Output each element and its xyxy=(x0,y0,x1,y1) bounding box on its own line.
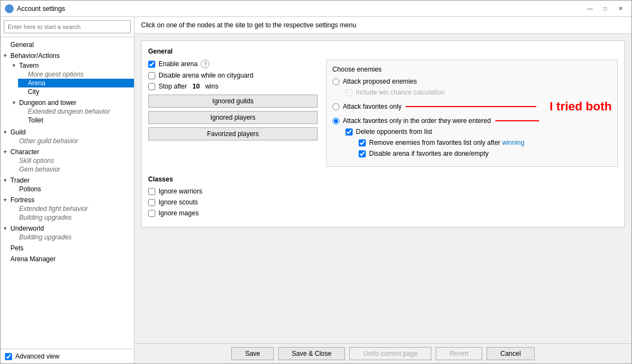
stop-after-label[interactable]: Stop after xyxy=(159,83,187,90)
sidebar-item-more-quest[interactable]: More quest options xyxy=(18,70,134,79)
action-buttons-group: Ignored guilds Ignored players Favorized… xyxy=(148,95,318,140)
sidebar-label-potions: Potions xyxy=(19,185,41,193)
sidebar-item-potions[interactable]: Potions xyxy=(9,185,134,193)
revert-button[interactable]: Revert xyxy=(436,347,482,360)
toggle-icon: ▼ xyxy=(3,53,10,58)
disable-arena-done-row: Disable arena if favorites are done/empt… xyxy=(332,150,612,157)
sidebar-label-underworld-building: Building upgrades xyxy=(19,233,72,241)
sidebar-label-skill-options: Skill options xyxy=(19,157,54,165)
help-icon[interactable]: ? xyxy=(201,60,209,68)
ignore-mages-label[interactable]: Ignore mages xyxy=(159,209,198,217)
save-button[interactable]: Save xyxy=(231,347,273,360)
sidebar-item-underworld-building[interactable]: Building upgrades xyxy=(9,233,134,242)
sidebar-item-toilet[interactable]: Toilet xyxy=(18,116,134,125)
attack-proposed-radio[interactable] xyxy=(332,78,340,85)
sidebar-item-building-upgrades[interactable]: Building upgrades xyxy=(9,213,134,222)
maximize-button[interactable]: □ xyxy=(599,3,612,14)
cancel-button[interactable]: Cancel xyxy=(487,347,534,360)
sidebar-item-pets[interactable]: Pets xyxy=(1,244,134,253)
enable-arena-label[interactable]: Enable arena xyxy=(159,60,197,68)
minimize-button[interactable]: — xyxy=(583,3,596,14)
sidebar-label-tavern: Tavern xyxy=(19,62,39,69)
sidebar-item-guild[interactable]: ▼ Guild xyxy=(1,128,134,137)
sidebar-label-dungeon: Dungeon and tower xyxy=(19,99,77,107)
sidebar-item-arena[interactable]: Arena xyxy=(18,79,134,87)
attack-proposed-label[interactable]: Attack proposed enemies xyxy=(343,78,417,85)
sidebar: General ▼ Behavior/Actions ▼ Ta xyxy=(1,17,134,363)
stop-after-value: 10 xyxy=(192,83,200,90)
sidebar-item-trader[interactable]: ▼ Trader xyxy=(1,176,134,185)
tree-item-pets: Pets xyxy=(1,243,134,254)
instruction-text: Click on one of the nodes at the site to… xyxy=(141,21,356,29)
ignore-mages-checkbox[interactable] xyxy=(148,210,155,217)
sidebar-item-skill-options[interactable]: Skill options xyxy=(9,156,134,165)
enable-arena-checkbox[interactable] xyxy=(148,61,155,68)
settings-right-column: Choose enemies Attack proposed enemies I xyxy=(326,60,618,167)
main-window: Account settings — □ ✕ General xyxy=(0,0,632,364)
attack-favorites-order-radio[interactable] xyxy=(332,118,340,125)
ignore-scouts-checkbox[interactable] xyxy=(148,199,155,206)
toggle-icon: ▼ xyxy=(3,178,10,183)
ignore-warriors-checkbox[interactable] xyxy=(148,188,155,195)
advanced-view-checkbox[interactable] xyxy=(5,353,12,360)
sidebar-item-other-guild[interactable]: Other guild behavior xyxy=(9,137,134,145)
sidebar-label-pets: Pets xyxy=(10,244,24,252)
disable-arena-cityguard-row: Disable arena while on cityguard xyxy=(148,72,318,79)
classes-section: Classes Ignore warriors Ignore scouts Ig… xyxy=(148,175,618,217)
instruction-bar: Click on one of the nodes at the site to… xyxy=(134,17,631,34)
sidebar-item-extended-dungeon[interactable]: Extended dungeon behavior xyxy=(18,107,134,116)
attack-favorites-order-label[interactable]: Attack favorites only in the order they … xyxy=(343,117,491,125)
tree-item-character: ▼ Character Skill options Gem behavior xyxy=(1,146,134,175)
close-button[interactable]: ✕ xyxy=(614,3,627,14)
ignored-players-button[interactable]: Ignored players xyxy=(148,111,318,124)
attack-favorites-radio[interactable] xyxy=(332,103,340,110)
dungeon-children: Extended dungeon behavior Toilet xyxy=(9,107,134,125)
toggle-icon: ▼ xyxy=(11,63,19,68)
disable-arena-done-checkbox[interactable] xyxy=(359,150,366,157)
ignored-guilds-button[interactable]: Ignored guilds xyxy=(148,95,318,108)
tree-item-dungeon: ▼ Dungeon and tower Extended dungeon beh… xyxy=(9,97,134,126)
sidebar-item-underworld[interactable]: ▼ Underworld xyxy=(1,224,134,233)
disable-arena-cityguard-checkbox[interactable] xyxy=(148,72,155,79)
delete-opponents-checkbox[interactable] xyxy=(346,128,353,136)
bottom-bar: Save Save & Close Undo current page Reve… xyxy=(134,343,631,363)
sidebar-item-extended-fight[interactable]: Extended fight behavior xyxy=(9,204,134,213)
search-input[interactable] xyxy=(4,20,131,33)
attack-favorites-order-row: Attack favorites only in the order they … xyxy=(332,117,491,125)
sidebar-item-character[interactable]: ▼ Character xyxy=(1,148,134,156)
delete-opponents-label[interactable]: Delete opponents from list xyxy=(356,128,432,136)
disable-arena-done-label[interactable]: Disable arena if favorites are done/empt… xyxy=(369,150,489,157)
behavior-children: ▼ Tavern More quest options A xyxy=(1,60,134,126)
undo-button[interactable]: Undo current page xyxy=(349,347,431,360)
attack-favorites-label[interactable]: Attack favorites only xyxy=(343,103,401,110)
remove-enemies-checkbox[interactable] xyxy=(359,139,366,146)
toggle-icon: ▼ xyxy=(3,226,10,231)
sidebar-item-fortress[interactable]: ▼ Fortress xyxy=(1,196,134,204)
include-win-checkbox xyxy=(346,89,353,96)
sidebar-item-behavior[interactable]: ▼ Behavior/Actions xyxy=(1,51,134,60)
sidebar-item-dungeon[interactable]: ▼ Dungeon and tower xyxy=(9,98,134,107)
sidebar-item-gem-behavior[interactable]: Gem behavior xyxy=(9,165,134,174)
ignore-warriors-label[interactable]: Ignore warriors xyxy=(159,187,202,195)
sidebar-item-arena-manager[interactable]: Arena Manager xyxy=(1,255,134,263)
sidebar-label-fortress: Fortress xyxy=(10,196,34,204)
stop-after-checkbox[interactable] xyxy=(148,83,155,90)
settings-area: General Enable arena ? xyxy=(134,34,631,343)
main-content: General ▼ Behavior/Actions ▼ Ta xyxy=(1,17,631,363)
favorized-players-button[interactable]: Favorized players xyxy=(148,127,318,140)
sidebar-item-general[interactable]: General xyxy=(1,40,134,49)
window-title: Account settings xyxy=(17,5,583,13)
tree-item-fortress: ▼ Fortress Extended fight behavior Build… xyxy=(1,195,134,223)
toggle-icon: ▼ xyxy=(3,130,10,135)
ignore-scouts-row: Ignore scouts xyxy=(148,198,618,206)
remove-enemies-row: Remove enemies from favorites list only … xyxy=(332,139,612,146)
ignore-scouts-label[interactable]: Ignore scouts xyxy=(159,198,198,206)
save-close-button[interactable]: Save & Close xyxy=(278,347,346,360)
advanced-view-label[interactable]: Advanced view xyxy=(15,353,60,360)
sidebar-label-building-upgrades: Building upgrades xyxy=(19,214,72,221)
sidebar-footer: Advanced view xyxy=(1,349,134,363)
disable-arena-cityguard-label[interactable]: Disable arena while on cityguard xyxy=(159,72,253,79)
sidebar-label-guild: Guild xyxy=(10,128,26,136)
sidebar-item-tavern[interactable]: ▼ Tavern xyxy=(9,61,134,70)
sidebar-item-city[interactable]: City xyxy=(18,87,134,96)
